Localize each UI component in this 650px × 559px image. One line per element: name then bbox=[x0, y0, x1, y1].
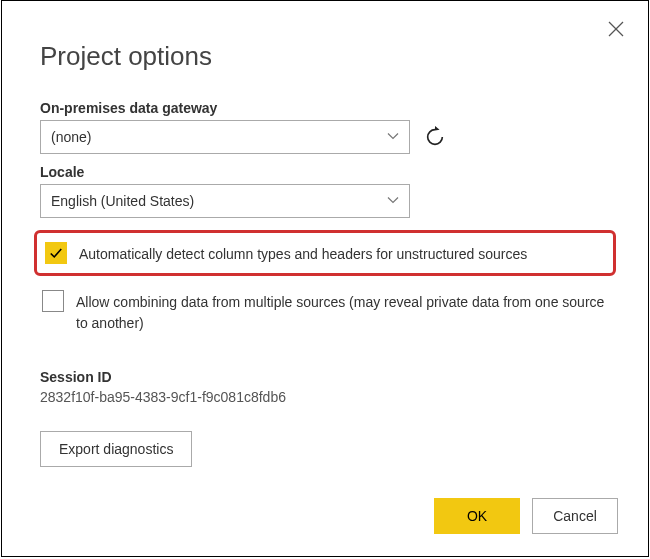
auto-detect-checkbox[interactable] bbox=[45, 242, 67, 264]
close-icon bbox=[608, 21, 624, 37]
gateway-select[interactable]: (none) bbox=[40, 120, 410, 154]
dialog-window: Project options On-premises data gateway… bbox=[1, 0, 649, 557]
refresh-icon bbox=[424, 126, 446, 148]
refresh-button[interactable] bbox=[424, 126, 446, 148]
session-id-label: Session ID bbox=[40, 369, 610, 385]
export-diagnostics-button[interactable]: Export diagnostics bbox=[40, 431, 192, 467]
session-id-value: 2832f10f-ba95-4383-9cf1-f9c081c8fdb6 bbox=[40, 389, 610, 405]
check-icon bbox=[49, 246, 63, 260]
cancel-button[interactable]: Cancel bbox=[532, 498, 618, 534]
locale-value: English (United States) bbox=[51, 193, 194, 209]
highlight-annotation: Automatically detect column types and he… bbox=[34, 230, 616, 276]
cancel-label: Cancel bbox=[553, 508, 597, 524]
combine-sources-checkbox[interactable] bbox=[42, 290, 64, 312]
gateway-value: (none) bbox=[51, 129, 91, 145]
locale-label: Locale bbox=[40, 164, 610, 180]
combine-sources-label: Allow combining data from multiple sourc… bbox=[76, 290, 608, 333]
locale-select[interactable]: English (United States) bbox=[40, 184, 410, 218]
chevron-down-icon bbox=[387, 129, 399, 145]
chevron-down-icon bbox=[387, 193, 399, 209]
auto-detect-label: Automatically detect column types and he… bbox=[79, 242, 527, 264]
ok-label: OK bbox=[467, 508, 487, 524]
export-diagnostics-label: Export diagnostics bbox=[59, 441, 173, 457]
dialog-title: Project options bbox=[40, 41, 610, 72]
gateway-label: On-premises data gateway bbox=[40, 100, 610, 116]
ok-button[interactable]: OK bbox=[434, 498, 520, 534]
close-button[interactable] bbox=[608, 21, 626, 39]
svg-marker-2 bbox=[435, 126, 440, 131]
